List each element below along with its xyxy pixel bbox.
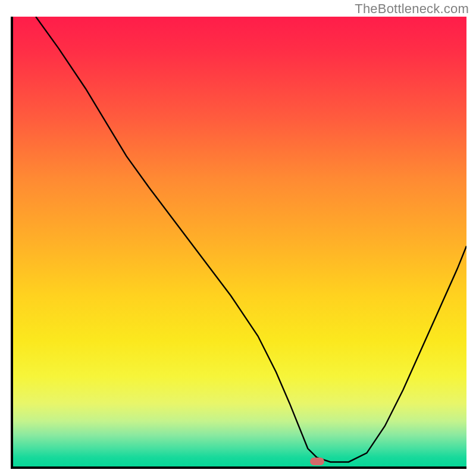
watermark-text: TheBottleneck.com <box>355 1 469 17</box>
bottleneck-curve <box>13 17 466 466</box>
chart-container: TheBottleneck.com <box>0 0 476 476</box>
plot-area <box>11 17 466 469</box>
optimal-marker <box>310 458 324 465</box>
